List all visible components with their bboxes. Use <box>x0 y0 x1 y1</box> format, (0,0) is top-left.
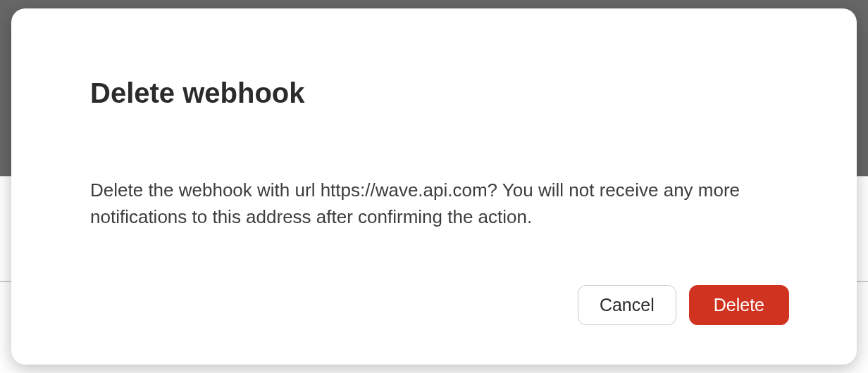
cancel-button[interactable]: Cancel <box>578 285 676 326</box>
delete-webhook-dialog: Delete webhook Delete the webhook with u… <box>11 8 857 365</box>
dialog-action-bar: Cancel Delete <box>90 285 789 326</box>
dialog-title: Delete webhook <box>90 76 789 110</box>
dialog-body-text: Delete the webhook with url https://wave… <box>90 177 781 230</box>
delete-button[interactable]: Delete <box>689 285 789 326</box>
